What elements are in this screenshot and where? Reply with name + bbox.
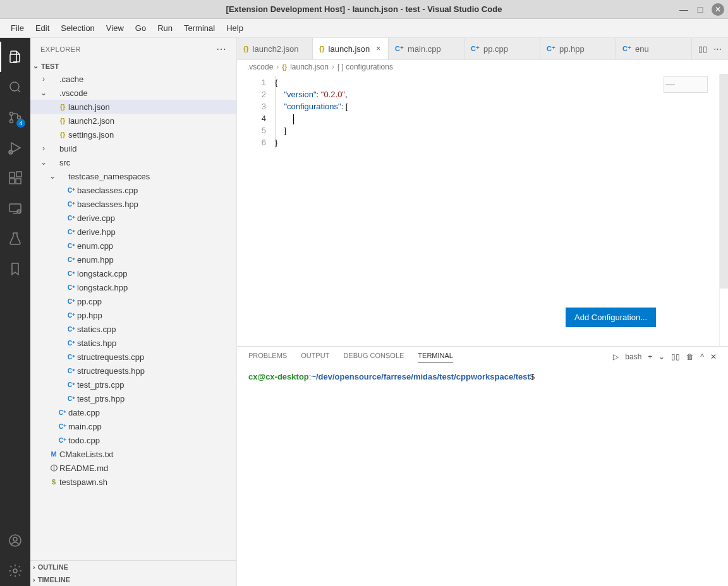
code-area[interactable]: 123456 ▬▬▬▬▬▬▬▬ { "version": "0.2.0", "c… [237,74,728,346]
explorer-root[interactable]: ⌄ TEST [30,60,236,72]
file-icon: C⁺ [57,437,68,444]
terminal-content[interactable]: cx@cx-desktop:~/dev/opensource/farrese/m… [237,367,728,586]
file-icon: C⁺ [66,187,77,194]
panel-tab-debug-console[interactable]: DEBUG CONSOLE [343,352,404,362]
panel-close-icon[interactable]: ✕ [710,352,717,361]
run-debug-icon[interactable] [0,133,30,163]
extensions-icon[interactable] [0,163,30,193]
search-icon[interactable] [0,72,30,102]
tree-row[interactable]: C⁺enum.hpp [30,253,236,266]
tree-row[interactable]: ⌄.vscode [30,86,236,100]
tree-row[interactable]: C⁺test_ptrs.cpp [30,378,236,392]
menu-view[interactable]: View [100,21,130,35]
code-content[interactable]: ▬▬▬▬▬▬▬▬ { "version": "0.2.0", "configur… [275,74,719,346]
file-icon: C⁺ [66,395,77,402]
tree-row[interactable]: C⁺baseclasses.cpp [30,183,236,197]
tree-row[interactable]: C⁺main.cpp [30,419,236,433]
maximize-button[interactable]: □ [695,4,705,15]
editor-tab[interactable]: C⁺pp.hpp [540,38,616,59]
panel-maximize-icon[interactable]: ^ [700,352,704,361]
breadcrumb[interactable]: .vscode › {} launch.json › [ ] configura… [237,60,728,74]
tree-item-label: pp.cpp [77,297,102,306]
tree-row[interactable]: C⁺pp.hpp [30,308,236,322]
tree-row[interactable]: C⁺longstack.hpp [30,280,236,294]
tree-row[interactable]: C⁺structrequests.cpp [30,350,236,364]
breadcrumb-folder: .vscode [247,63,273,71]
sidebar-more-icon[interactable]: ⋯ [216,43,227,55]
menu-file[interactable]: File [5,21,30,35]
panel-tab-output[interactable]: OUTPUT [301,352,329,362]
split-terminal-icon[interactable]: ▯▯ [671,352,680,361]
breadcrumb-symbol: [ ] configurations [337,63,393,71]
tree-row[interactable]: C⁺statics.cpp [30,322,236,336]
tree-item-label: build [59,144,76,153]
tree-row[interactable]: $testspawn.sh [30,475,236,489]
new-terminal-icon[interactable]: + [648,352,652,361]
tree-row[interactable]: ›build [30,141,236,155]
editor-area: {}launch2.json{}launch.json×C⁺main.cppC⁺… [237,38,728,586]
menu-go[interactable]: Go [130,21,152,35]
scrollbar-thumb[interactable] [720,74,728,289]
tree-row[interactable]: {}launch.json [30,100,236,114]
remote-icon[interactable] [0,193,30,224]
menu-help[interactable]: Help [221,21,249,35]
window-controls: — □ ✕ [679,3,724,16]
bookmark-icon[interactable] [0,254,30,284]
tree-row[interactable]: ⓘREADME.md [30,461,236,475]
accounts-icon[interactable] [0,525,30,556]
editor-tab[interactable]: {}launch.json× [313,38,389,59]
file-icon: {} [319,45,325,52]
tree-row[interactable]: ⌄testcase_namespaces [30,169,236,183]
file-icon: C⁺ [66,256,77,263]
tree-row[interactable]: C⁺date.cpp [30,405,236,419]
close-icon[interactable]: × [376,44,380,53]
kill-terminal-icon[interactable]: 🗑 [686,352,694,361]
tree-row[interactable]: C⁺baseclasses.hpp [30,197,236,211]
tree-row[interactable]: MCMakeLists.txt [30,447,236,461]
tree-row[interactable]: ›.cache [30,72,236,86]
terminal-launch-icon[interactable]: ▷ [613,352,619,361]
settings-gear-icon[interactable] [0,556,30,586]
tree-row[interactable]: C⁺longstack.cpp [30,266,236,280]
testing-icon[interactable] [0,224,30,254]
file-tree[interactable]: ›.cache⌄.vscode{}launch.json{}launch2.js… [30,72,236,560]
root-label: TEST [41,63,59,70]
terminal-dropdown-icon[interactable]: ⌄ [658,352,665,361]
tree-row[interactable]: C⁺statics.hpp [30,336,236,350]
tree-row[interactable]: ⌄src [30,155,236,169]
menu-run[interactable]: Run [152,21,178,35]
menu-selection[interactable]: Selection [55,21,100,35]
tree-row[interactable]: {}launch2.json [30,114,236,128]
menu-edit[interactable]: Edit [30,21,55,35]
menu-terminal[interactable]: Terminal [178,21,221,35]
file-icon: C⁺ [395,45,404,53]
add-configuration-button[interactable]: Add Configuration... [566,308,656,327]
panel-tab-problems[interactable]: PROBLEMS [248,352,287,362]
close-button[interactable]: ✕ [712,3,724,16]
tree-row[interactable]: C⁺pp.cpp [30,294,236,308]
timeline-section[interactable]: › TIMELINE [30,573,236,586]
editor-tab[interactable]: C⁺main.cpp [389,38,464,59]
tree-row[interactable]: C⁺derive.cpp [30,211,236,225]
shell-label[interactable]: bash [625,352,641,361]
panel-tab-terminal[interactable]: TERMINAL [418,352,453,362]
editor-tab[interactable]: C⁺enu [616,38,692,59]
tree-row[interactable]: C⁺todo.cpp [30,433,236,447]
tree-row[interactable]: C⁺derive.hpp [30,225,236,239]
file-icon: ⓘ [48,463,59,473]
outline-section[interactable]: › OUTLINE [30,560,236,573]
source-control-icon[interactable]: 4 [0,102,30,133]
split-editor-icon[interactable]: ▯▯ [698,44,707,54]
file-icon: C⁺ [66,201,77,208]
editor-tab[interactable]: {}launch2.json [237,38,313,59]
more-icon[interactable]: ⋯ [713,44,722,54]
tree-row[interactable]: C⁺enum.cpp [30,239,236,253]
scrollbar[interactable] [719,74,728,346]
tree-item-label: test_ptrs.hpp [77,394,124,404]
tree-row[interactable]: C⁺test_ptrs.hpp [30,392,236,405]
minimize-button[interactable]: — [679,4,689,15]
tree-row[interactable]: C⁺structrequests.hpp [30,364,236,378]
explorer-icon[interactable] [0,42,30,72]
editor-tab[interactable]: C⁺pp.cpp [464,38,540,59]
tree-row[interactable]: {}settings.json [30,128,236,141]
